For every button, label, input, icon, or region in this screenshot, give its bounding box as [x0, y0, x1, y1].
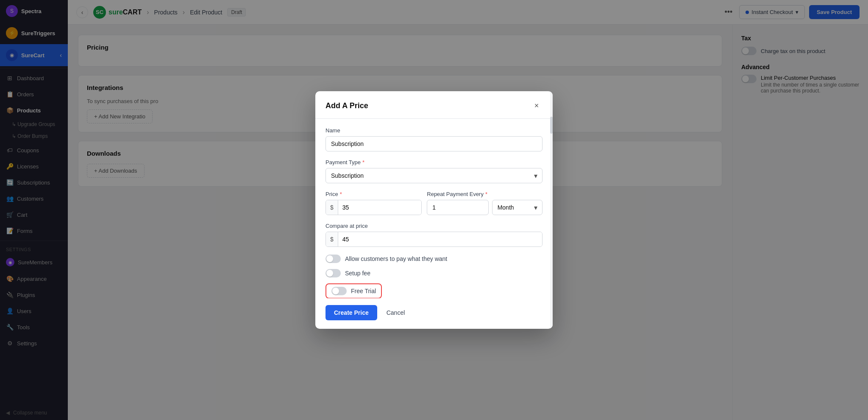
repeat-required: * — [485, 191, 487, 197]
repeat-label: Repeat Payment Every * — [427, 191, 542, 197]
repeat-field-group: Repeat Payment Every * Day Week Month Ye… — [427, 191, 542, 215]
modal-scrollbar — [550, 91, 553, 329]
price-label: Price * — [326, 191, 422, 197]
name-label: Name — [326, 127, 542, 134]
repeat-number-input[interactable] — [427, 200, 488, 215]
compare-price-label: Compare at price — [326, 223, 542, 229]
payment-type-select-wrapper: One Time Subscription — [326, 168, 542, 183]
allow-custom-price-row: Allow customers to pay what they want — [326, 255, 542, 263]
price-input-wrapper: $ — [326, 200, 422, 215]
repeat-unit-select-wrapper: Day Week Month Year — [492, 200, 542, 215]
modal-header: Add A Price × — [315, 91, 553, 119]
compare-price-field-group: Compare at price $ — [326, 223, 542, 247]
payment-type-label: Payment Type * — [326, 159, 542, 165]
repeat-unit-select[interactable]: Day Week Month Year — [492, 200, 542, 215]
free-trial-label: Free Trial — [351, 288, 376, 294]
repeat-inputs: Day Week Month Year — [427, 200, 542, 215]
price-required: * — [340, 191, 342, 197]
compare-prefix: $ — [326, 232, 338, 246]
modal-close-button[interactable]: × — [531, 100, 542, 112]
repeat-label-area: Repeat Payment Every * Day Week Month Ye… — [427, 191, 542, 215]
price-prefix: $ — [326, 200, 338, 215]
free-trial-row: Free Trial — [326, 283, 542, 298]
payment-type-select[interactable]: One Time Subscription — [326, 168, 542, 183]
name-input[interactable] — [326, 136, 542, 151]
price-input[interactable] — [338, 200, 421, 215]
modal-title: Add A Price — [326, 101, 368, 110]
setup-fee-row: Setup fee — [326, 269, 542, 277]
payment-type-required: * — [362, 159, 364, 165]
free-trial-toggle[interactable] — [331, 287, 347, 295]
allow-custom-price-label: Allow customers to pay what they want — [345, 255, 447, 262]
cancel-button[interactable]: Cancel — [382, 305, 409, 320]
setup-fee-label: Setup fee — [345, 270, 370, 277]
modal-body: Name Payment Type * One Time Subscriptio… — [315, 119, 553, 298]
modal-footer: Create Price Cancel — [315, 298, 553, 329]
create-price-button[interactable]: Create Price — [326, 305, 377, 320]
modal-scrollbar-thumb — [550, 117, 553, 134]
name-field-group: Name — [326, 127, 542, 151]
payment-type-field-group: Payment Type * One Time Subscription — [326, 159, 542, 183]
add-price-modal: Add A Price × Name Payment Type * One Ti… — [315, 91, 553, 329]
allow-custom-price-toggle[interactable] — [326, 255, 341, 263]
setup-fee-toggle[interactable] — [326, 269, 341, 277]
free-trial-highlighted-wrapper: Free Trial — [326, 283, 382, 298]
modal-overlay[interactable]: Add A Price × Name Payment Type * One Ti… — [0, 0, 868, 420]
compare-price-input[interactable] — [338, 232, 542, 246]
price-field-group: Price * $ — [326, 191, 422, 215]
compare-price-input-wrapper: $ — [326, 232, 542, 247]
price-repeat-row: Price * $ Repeat Payment Every * — [326, 191, 542, 215]
